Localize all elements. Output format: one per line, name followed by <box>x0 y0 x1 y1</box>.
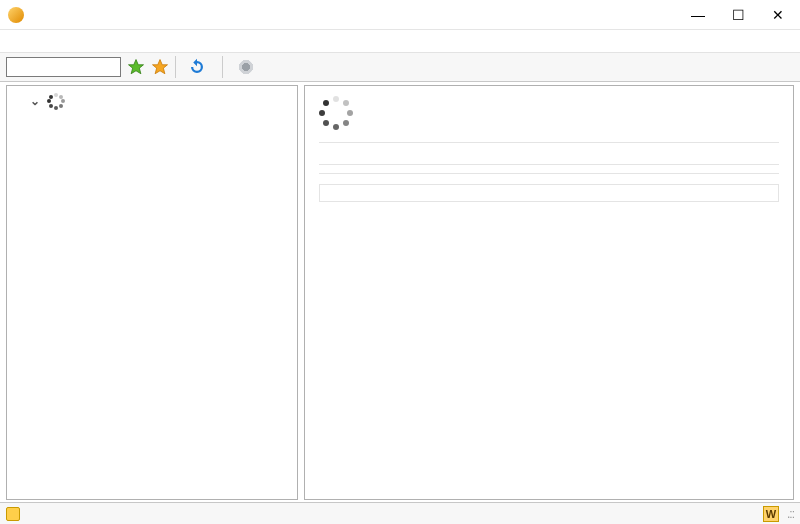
description-text <box>319 184 779 202</box>
winaero-icon: W <box>763 506 779 522</box>
search-input[interactable] <box>6 57 121 77</box>
svg-marker-0 <box>129 60 144 74</box>
svg-marker-1 <box>153 60 168 74</box>
donate-link[interactable] <box>6 507 24 521</box>
close-button[interactable]: ✕ <box>758 1 798 29</box>
refresh-icon <box>188 58 206 76</box>
tree-category-boot-logon[interactable]: ⌄ <box>7 90 297 112</box>
credit: W .:: <box>759 506 794 522</box>
app-icon <box>8 7 24 23</box>
star-orange-icon[interactable] <box>151 58 169 76</box>
donate-icon <box>6 507 20 521</box>
menu-help[interactable] <box>58 39 74 43</box>
dots-icon <box>47 92 65 110</box>
gear-icon[interactable] <box>237 58 255 76</box>
main-header <box>319 96 779 130</box>
menu-view[interactable] <box>22 39 38 43</box>
menu-tools[interactable] <box>40 39 56 43</box>
reset-button[interactable] <box>182 56 216 78</box>
tree-panel[interactable]: ⌄ <box>6 85 298 500</box>
titlebar: — ☐ ✕ <box>0 0 800 30</box>
detail-link[interactable] <box>319 142 779 149</box>
menu-file[interactable] <box>4 39 20 43</box>
minimize-button[interactable]: — <box>678 1 718 29</box>
star-green-icon[interactable] <box>127 58 145 76</box>
toolbar <box>0 52 800 82</box>
boot-options-icon <box>319 96 353 130</box>
chevron-down-icon: ⌄ <box>29 94 41 108</box>
maximize-button[interactable]: ☐ <box>718 1 758 29</box>
menubar <box>0 30 800 52</box>
main-panel <box>304 85 794 500</box>
statusbar: W .:: <box>0 502 800 524</box>
